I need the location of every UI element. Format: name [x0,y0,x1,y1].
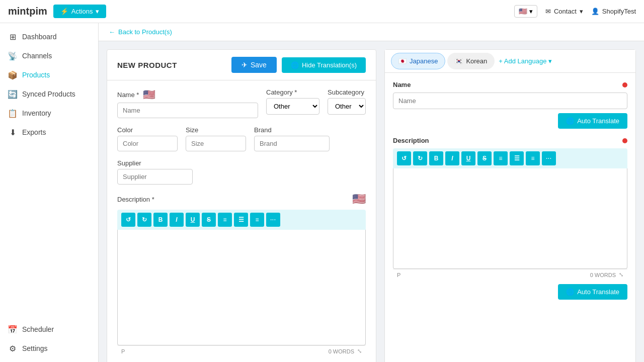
redo-button[interactable] [137,213,151,227]
size-field-group: Size [186,126,246,151]
add-language-button[interactable]: + Add Language [499,57,552,65]
bold-button[interactable] [153,213,168,227]
sidebar-settings-label: Settings [22,344,48,352]
clearfix-2: Auto Translate [393,280,627,300]
trans-bold-button[interactable] [429,151,443,165]
export-icon [8,128,17,137]
strikethrough-button[interactable] [202,213,216,227]
translation-tabs: 🇯🇵 Japanese 🇰🇷 Korean + Add Language [385,50,635,73]
word-count: 0 WORDS ⤡ [329,348,362,354]
sidebar-item-channels[interactable]: Channels [0,46,98,65]
auto-translate-icon-2 [566,288,574,296]
supplier-input[interactable] [117,169,193,185]
korean-flag-icon: 🇰🇷 [455,57,463,65]
topbar: mintpim Actions 🇺🇸 Contact ShopifyTest [0,0,644,23]
sidebar-item-products[interactable]: Products [0,65,98,84]
auto-translate-icon-1 [566,117,574,125]
align-center-button[interactable] [234,213,248,227]
trans-name-group: Name Auto Translate [393,81,627,129]
color-input[interactable] [117,136,178,151]
trans-redo-button[interactable] [413,151,427,165]
align-right-button[interactable] [250,213,264,227]
sidebar-item-exports[interactable]: Exports [0,123,98,142]
language-flag-button[interactable]: 🇺🇸 [514,5,537,18]
save-button[interactable]: Save [231,57,277,73]
send-icon [242,61,248,69]
editor-footer: P 0 WORDS ⤡ [117,345,366,356]
user-button[interactable]: ShopifyTest [591,8,636,15]
resize-handle[interactable]: ⤡ [357,348,362,354]
trans-italic-button[interactable] [445,151,459,165]
trans-desc-group: Description [393,137,627,300]
translate-icon [291,61,299,69]
more-button[interactable] [266,213,280,227]
trans-align-center-button[interactable] [510,151,524,165]
auto-translate-name-label: Auto Translate [577,117,619,125]
underline-button[interactable] [186,213,200,227]
add-lang-chevron-icon [548,57,552,65]
sidebar-item-scheduler[interactable]: Scheduler [0,320,98,339]
category-select[interactable]: Other Electronics Clothing [266,98,319,115]
us-flag-icon: 🇺🇸 [143,88,155,101]
subcategory-select[interactable]: Other Sub 1 [328,98,366,115]
trans-strike-button[interactable] [477,151,492,165]
auto-translate-name-button[interactable]: Auto Translate [558,113,627,129]
page-content: NEW PRODUCT Save Hide Translation(s) [99,41,644,362]
sidebar-scheduler-label: Scheduler [22,325,54,333]
brand-input[interactable] [254,136,330,151]
brand-field-group: Brand [254,126,330,151]
flag-chevron-icon [529,8,533,15]
tab-korean[interactable]: 🇰🇷 Korean [447,53,495,69]
name-required-dot [622,82,627,87]
chevron-down-icon [96,8,99,15]
size-input[interactable] [186,136,246,151]
trans-align-left-button[interactable] [494,151,508,165]
subcategory-label: Subcategory [328,88,366,96]
trans-name-input[interactable] [393,93,627,109]
main-content: Back to Product(s) NEW PRODUCT Save Hide [99,23,644,362]
sidebar-products-label: Products [22,71,50,79]
align-left-button[interactable] [218,213,232,227]
description-editor[interactable] [117,230,366,345]
sidebar-item-dashboard[interactable]: Dashboard [0,27,98,46]
undo-button[interactable] [121,213,135,227]
layout: Dashboard Channels Products Synced Produ… [0,23,644,362]
form-card-header: NEW PRODUCT Save Hide Translation(s) [107,50,376,80]
product-form-card: NEW PRODUCT Save Hide Translation(s) [107,49,376,362]
sidebar-item-inventory[interactable]: Inventory [0,104,98,123]
trans-more-button[interactable] [542,151,556,165]
auto-translate-desc-button[interactable]: Auto Translate [558,284,627,300]
trans-editor-footer: P 0 WORDS ⤡ [393,269,627,280]
actions-button[interactable]: Actions [53,5,107,18]
sidebar-dashboard-label: Dashboard [22,33,57,41]
inventory-icon [8,109,17,118]
name-input[interactable] [117,103,258,118]
name-row: Name * 🇺🇸 Category * Other Electr [117,88,366,118]
trans-undo-button[interactable] [397,151,411,165]
auto-translate-desc-label: Auto Translate [577,288,619,296]
trans-underline-button[interactable] [461,151,475,165]
sync-icon [8,89,17,99]
supplier-field-group: Supplier [117,159,193,185]
italic-button[interactable] [170,213,184,227]
trans-desc-editor[interactable] [393,168,627,269]
name-field-group: Name * 🇺🇸 [117,88,258,118]
description-label: Description * [117,196,154,203]
topbar-left: mintpim Actions [8,5,106,18]
trans-desc-toolbar [393,148,627,168]
trans-align-right-button[interactable] [526,151,540,165]
sidebar: Dashboard Channels Products Synced Produ… [0,23,99,362]
description-toolbar [117,210,366,230]
attrs-row: Color Size Brand [117,126,366,185]
user-icon [591,8,599,15]
trans-resize-handle[interactable]: ⤡ [619,272,623,278]
trans-name-label-row: Name [393,81,627,88]
hide-translations-button[interactable]: Hide Translation(s) [282,57,366,73]
back-link[interactable]: Back to Product(s) [109,28,634,36]
sidebar-item-synced-products[interactable]: Synced Products [0,84,98,104]
clearfix-1: Auto Translate [393,109,627,129]
tab-japanese[interactable]: 🇯🇵 Japanese [391,53,445,69]
sidebar-item-settings[interactable]: Settings [0,339,98,358]
contact-button[interactable]: Contact [545,8,583,15]
logo-text: mintpim [8,6,47,17]
